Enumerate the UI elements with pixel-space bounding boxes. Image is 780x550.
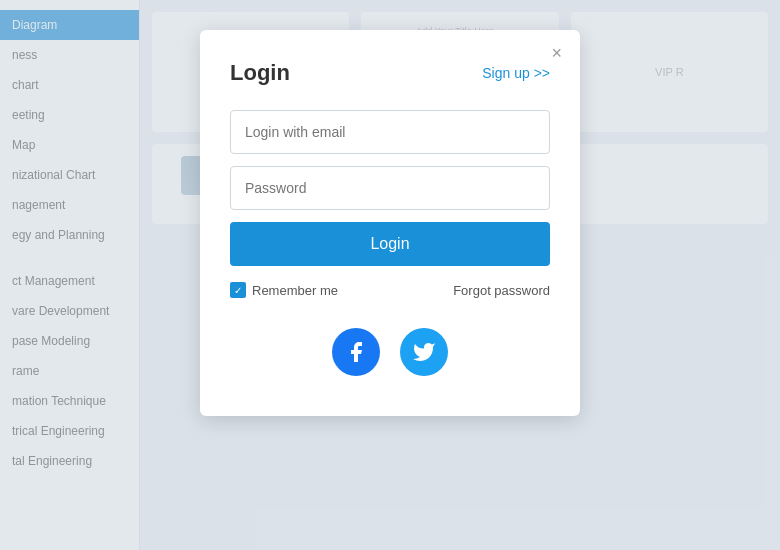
modal-close-button[interactable]: × [551, 44, 562, 62]
login-button[interactable]: Login [230, 222, 550, 266]
remember-checkbox[interactable]: ✓ [230, 282, 246, 298]
password-input[interactable] [230, 166, 550, 210]
twitter-icon [412, 340, 436, 364]
email-input[interactable] [230, 110, 550, 154]
remember-me-label[interactable]: ✓ Remember me [230, 282, 338, 298]
modal-header: Login Sign up >> [230, 60, 550, 86]
modal-title: Login [230, 60, 290, 86]
social-login-row [230, 328, 550, 376]
forgot-password-link[interactable]: Forgot password [453, 283, 550, 298]
login-modal: × Login Sign up >> Login ✓ Remember me F… [200, 30, 580, 416]
modal-options: ✓ Remember me Forgot password [230, 282, 550, 298]
twitter-login-button[interactable] [400, 328, 448, 376]
facebook-icon [344, 340, 368, 364]
modal-overlay: × Login Sign up >> Login ✓ Remember me F… [0, 0, 780, 550]
signup-link[interactable]: Sign up >> [482, 65, 550, 81]
facebook-login-button[interactable] [332, 328, 380, 376]
